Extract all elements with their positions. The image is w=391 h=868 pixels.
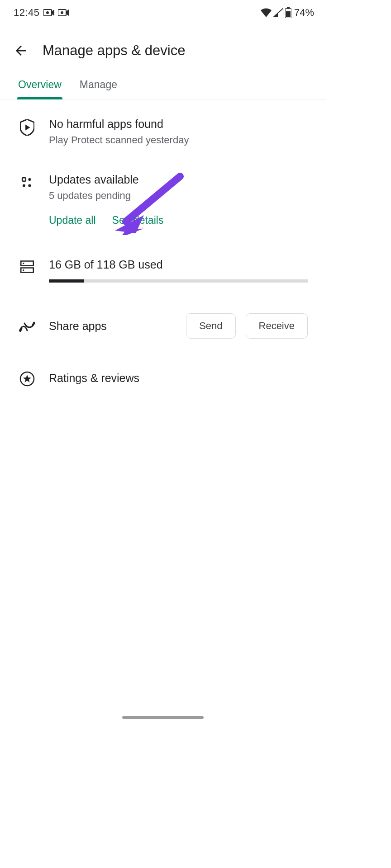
battery-percent: 74% <box>294 7 314 19</box>
signal-icon <box>273 8 283 17</box>
tabs: Overview Manage <box>0 72 326 99</box>
send-button[interactable]: Send <box>186 313 235 339</box>
svg-point-9 <box>23 184 25 187</box>
arrow-back-icon <box>13 43 29 58</box>
status-left: 12:45 <box>14 7 69 19</box>
star-circle-icon <box>18 371 36 387</box>
storage-bar <box>49 279 308 283</box>
see-details-button[interactable]: See details <box>112 214 164 226</box>
storage-row[interactable]: 16 GB of 118 GB used <box>18 240 308 296</box>
svg-rect-5 <box>287 7 290 9</box>
receive-button[interactable]: Receive <box>246 313 308 339</box>
tab-overview[interactable]: Overview <box>17 72 62 99</box>
svg-point-14 <box>23 269 24 271</box>
updates-title: Updates available <box>49 173 308 186</box>
share-apps-row: Share apps Send Receive <box>18 296 308 356</box>
updates-row: Updates available 5 updates pending Upda… <box>18 160 308 240</box>
play-protect-row[interactable]: No harmful apps found Play Protect scann… <box>18 99 308 160</box>
svg-rect-7 <box>22 178 26 181</box>
navigation-handle[interactable] <box>122 716 204 719</box>
storage-fill <box>49 279 84 283</box>
storage-label: 16 GB of 118 GB used <box>49 258 308 271</box>
svg-point-8 <box>28 178 31 181</box>
app-bar: Manage apps & device <box>0 25 326 72</box>
wifi-icon <box>261 8 272 17</box>
apps-icon <box>18 177 36 189</box>
update-all-button[interactable]: Update all <box>49 214 96 226</box>
ratings-label: Ratings & reviews <box>49 372 139 385</box>
notification-icon-1 <box>43 9 54 17</box>
content: No harmful apps found Play Protect scann… <box>0 99 326 400</box>
ratings-row[interactable]: Ratings & reviews <box>18 356 308 400</box>
updates-subtitle: 5 updates pending <box>49 190 308 202</box>
shield-play-icon <box>18 119 36 136</box>
svg-point-12 <box>23 263 24 264</box>
battery-icon <box>285 7 291 18</box>
notification-icon-2 <box>58 9 69 17</box>
svg-rect-6 <box>286 11 291 17</box>
tab-manage[interactable]: Manage <box>79 72 118 99</box>
play-protect-title: No harmful apps found <box>49 118 308 131</box>
status-clock: 12:45 <box>14 7 40 19</box>
play-protect-subtitle: Play Protect scanned yesterday <box>49 134 308 146</box>
status-bar: 12:45 74% <box>0 0 326 25</box>
svg-point-3 <box>61 11 63 14</box>
back-button[interactable] <box>9 39 33 62</box>
page-title: Manage apps & device <box>43 42 185 59</box>
share-apps-label: Share apps <box>49 320 186 333</box>
svg-point-1 <box>46 11 49 14</box>
svg-point-10 <box>28 184 31 187</box>
status-right: 74% <box>261 7 314 19</box>
share-icon <box>18 321 36 332</box>
storage-icon <box>18 260 36 274</box>
